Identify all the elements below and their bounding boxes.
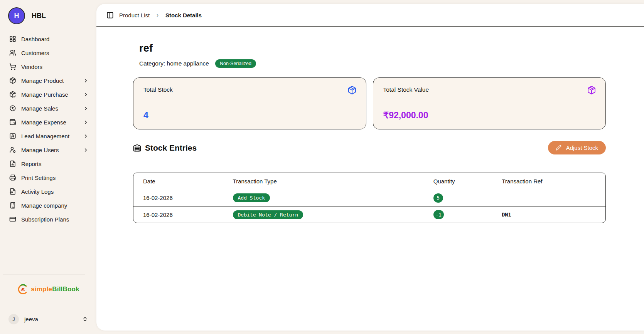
user-cog-icon: [9, 146, 16, 153]
stock-entries-table: Date Transaction Type Quantity Transacti…: [133, 173, 606, 223]
dashboard-icon: [9, 35, 16, 42]
adjust-stock-label: Adjust Stock: [566, 144, 598, 151]
transaction-type-badge: Debite Note / Return: [233, 210, 303, 219]
sidebar-item-manage-product[interactable]: Manage Product: [5, 74, 93, 87]
cell-transaction-ref: DN1: [502, 211, 511, 218]
section-title: Stock Entries: [145, 143, 197, 153]
breadcrumb-current: Stock Details: [165, 12, 202, 18]
column-header-transaction-type: Transaction Type: [223, 178, 424, 185]
rupee-badge-icon: [9, 105, 16, 112]
sidebar-item-lead-management[interactable]: Lead Management: [5, 129, 93, 143]
sidebar-item-customers[interactable]: Customers: [5, 46, 93, 60]
sidebar-toggle-icon[interactable]: [106, 12, 114, 19]
cell-date: 16-02-2026: [133, 211, 223, 218]
chevrons-up-down-icon: [82, 316, 88, 322]
chevron-right-icon: [83, 147, 89, 153]
chevron-right-icon: [83, 92, 89, 97]
breadcrumb-parent[interactable]: Product List: [119, 12, 150, 18]
app-logo: simpleBillBook: [0, 275, 96, 299]
stat-value: ₹92,000.00: [383, 110, 428, 121]
warehouse-icon: [133, 144, 141, 152]
brand-name: HBL: [32, 12, 46, 20]
app-logo-icon: [17, 284, 29, 295]
sidebar-item-manage-purchase[interactable]: Manage Purchase: [5, 87, 93, 101]
chevron-right-icon: [83, 119, 89, 125]
user-name: jeeva: [24, 316, 77, 322]
chevron-right-icon: [83, 106, 89, 111]
serialization-badge: Non-Serialized: [215, 59, 256, 68]
file-chart-icon: [9, 160, 16, 167]
stat-label: Total Stock Value: [383, 86, 596, 93]
sidebar-item-print-settings[interactable]: Print Settings: [5, 171, 93, 185]
vendors-cart-icon: [9, 63, 16, 70]
chevron-right-icon: [83, 133, 89, 139]
printer-icon: [9, 174, 16, 181]
customers-icon: [9, 49, 16, 56]
sidebar-item-subscription-plans[interactable]: Subscription Plans: [5, 212, 93, 226]
sidebar-item-manage-company[interactable]: Manage company: [5, 198, 93, 212]
user-avatar: J: [8, 314, 19, 324]
app-logo-text: simpleBillBook: [31, 285, 79, 293]
stat-cards: Total Stock 4 Total Stock Value ₹92,000.…: [133, 77, 606, 129]
adjust-stock-button[interactable]: Adjust Stock: [548, 141, 606, 154]
sidebar-item-manage-sales[interactable]: Manage Sales: [5, 101, 93, 115]
table-row: 16-02-2026 Add Stock 5: [133, 190, 605, 206]
wallet-icon: [9, 119, 16, 126]
category-label: Category: home appliance: [139, 60, 209, 67]
package-check-icon: [9, 91, 16, 98]
file-input-icon: [9, 188, 16, 195]
column-header-quantity: Quantity: [424, 178, 492, 185]
building-icon: [9, 202, 16, 209]
sidebar-menu: Dashboard Customers Vendors Manage Produ…: [0, 30, 96, 226]
id-card-icon: [9, 133, 16, 139]
column-header-date: Date: [133, 178, 223, 185]
chevron-right-icon: [83, 78, 89, 84]
brand-avatar: H: [8, 7, 25, 24]
quantity-badge: 5: [433, 193, 443, 203]
total-stock-card: Total Stock 4: [133, 77, 366, 129]
quantity-badge: -1: [433, 210, 444, 219]
user-menu[interactable]: J jeeva: [5, 312, 91, 326]
page-title: ref: [139, 42, 606, 54]
sidebar-item-manage-expense[interactable]: Manage Expense: [5, 115, 93, 129]
topbar: Product List › Stock Details: [96, 4, 644, 27]
table-row: 16-02-2026 Debite Note / Return -1 DN1: [133, 206, 605, 223]
breadcrumb-separator: ›: [155, 12, 160, 18]
brand: H HBL: [0, 0, 96, 30]
credit-card-icon: [9, 216, 16, 223]
sidebar-item-activity-logs[interactable]: Activity Logs: [5, 185, 93, 198]
sidebar-item-manage-users[interactable]: Manage Users: [5, 143, 93, 157]
sidebar-item-reports[interactable]: Reports: [5, 157, 93, 171]
stat-label: Total Stock: [143, 86, 356, 93]
package-icon: [347, 86, 357, 95]
package-icon: [9, 77, 16, 84]
transaction-type-badge: Add Stock: [233, 193, 270, 202]
sidebar-item-dashboard[interactable]: Dashboard: [5, 32, 93, 46]
package-icon: [587, 86, 596, 95]
sidebar-item-vendors[interactable]: Vendors: [5, 60, 93, 74]
table-header-row: Date Transaction Type Quantity Transacti…: [133, 173, 605, 190]
stat-value: 4: [143, 110, 148, 121]
total-stock-value-card: Total Stock Value ₹92,000.00: [373, 77, 606, 129]
column-header-transaction-ref: Transaction Ref: [492, 178, 605, 185]
cell-date: 16-02-2026: [133, 195, 223, 201]
pencil-icon: [556, 145, 561, 151]
main-panel: Product List › Stock Details ref Categor…: [96, 4, 644, 331]
sidebar: H HBL Dashboard Customers Vendors Manage…: [0, 0, 96, 334]
